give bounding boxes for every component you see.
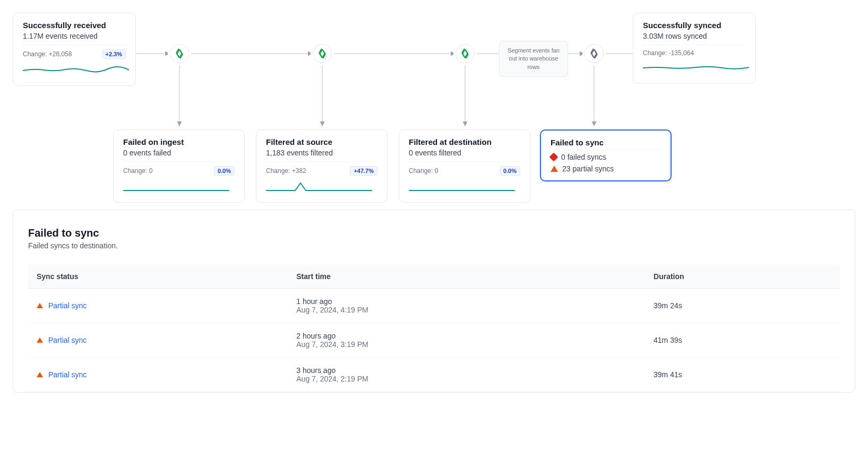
sparkline (23, 63, 129, 76)
card-title: Successfully synced (643, 21, 746, 30)
sparkline (643, 61, 749, 74)
card-title: Failed on ingest (123, 137, 235, 146)
sparkline (409, 180, 515, 193)
card-subtitle: 3.03M rows synced (643, 32, 746, 40)
node-source-filter-icon (313, 44, 332, 63)
card-filtered-destination[interactable]: Filtered at destination 0 events filtere… (399, 129, 530, 203)
triangle-icon (37, 303, 43, 308)
partial-syncs-label: 23 partial syncs (562, 164, 614, 173)
card-subtitle: 0 events failed (123, 149, 235, 157)
sync-status-link[interactable]: Partial sync (48, 370, 87, 379)
panel-description: Failed syncs to destination. (28, 241, 840, 250)
failed-syncs-label: 0 failed syncs (561, 153, 606, 161)
diamond-icon (549, 153, 558, 162)
card-title: Failed to sync (551, 138, 661, 147)
card-title: Successfully received (23, 21, 126, 30)
change-badge: 0.0% (500, 166, 520, 176)
panel-title: Failed to sync (28, 227, 840, 239)
card-failed-ingest[interactable]: Failed on ingest 0 events failed Change:… (113, 129, 245, 203)
col-sync-status: Sync status (28, 265, 288, 289)
node-sync-icon (585, 44, 604, 63)
start-absolute: Aug 7, 2024, 3:19 PM (296, 340, 637, 349)
triangle-icon (37, 337, 43, 343)
card-title: Filtered at destination (409, 137, 520, 146)
change-label: Change: +26,058 (23, 50, 72, 58)
sparkline (123, 180, 229, 193)
card-failed-sync[interactable]: Failed to sync 0 failed syncs 23 partial… (540, 129, 672, 181)
triangle-icon (37, 372, 43, 377)
fanout-note: Segment events fan out into warehouse ro… (499, 41, 568, 77)
table-row[interactable]: Partial sync 2 hours agoAug 7, 2024, 3:1… (28, 323, 840, 358)
card-title: Filtered at source (266, 137, 377, 146)
node-dest-filter-icon (456, 44, 475, 63)
sparkline (266, 180, 372, 193)
duration: 39m 24s (645, 289, 840, 323)
card-subtitle: 1,183 events filtered (266, 149, 377, 157)
start-relative: 1 hour ago (296, 297, 637, 306)
node-ingest-icon (170, 44, 189, 63)
detail-panel: Failed to sync Failed syncs to destinati… (13, 210, 855, 393)
divider (551, 149, 661, 150)
change-badge: 0.0% (214, 166, 235, 176)
col-duration: Duration (645, 265, 840, 289)
table-row[interactable]: Partial sync 3 hours agoAug 7, 2024, 2:1… (28, 358, 840, 392)
start-absolute: Aug 7, 2024, 2:19 PM (296, 375, 637, 383)
col-start-time: Start time (288, 265, 645, 289)
card-received[interactable]: Successfully received 1.17M events recei… (13, 13, 136, 86)
triangle-icon (551, 166, 558, 172)
card-filtered-source[interactable]: Filtered at source 1,183 events filtered… (256, 129, 388, 203)
pipeline-flow: Segment events fan out into warehouse ro… (0, 0, 868, 210)
change-badge: +47.7% (350, 166, 377, 176)
change-label: Change: 0 (409, 167, 438, 175)
sync-status-link[interactable]: Partial sync (48, 336, 87, 344)
duration: 39m 41s (645, 358, 840, 392)
start-absolute: Aug 7, 2024, 4:19 PM (296, 306, 637, 314)
change-badge: +2.3% (102, 49, 126, 59)
sync-history-table: Sync status Start time Duration Partial … (28, 265, 840, 392)
change-label: Change: 0 (123, 167, 152, 175)
card-subtitle: 0 events filtered (409, 149, 520, 157)
card-subtitle: 1.17M events received (23, 32, 126, 40)
start-relative: 3 hours ago (296, 366, 637, 375)
duration: 41m 39s (645, 323, 840, 358)
start-relative: 2 hours ago (296, 332, 637, 340)
card-synced[interactable]: Successfully synced 3.03M rows synced Ch… (633, 13, 756, 84)
change-label: Change: +382 (266, 167, 306, 175)
table-row[interactable]: Partial sync 1 hour agoAug 7, 2024, 4:19… (28, 289, 840, 323)
change-label: Change: -135,064 (643, 49, 694, 57)
sync-status-link[interactable]: Partial sync (48, 301, 87, 310)
